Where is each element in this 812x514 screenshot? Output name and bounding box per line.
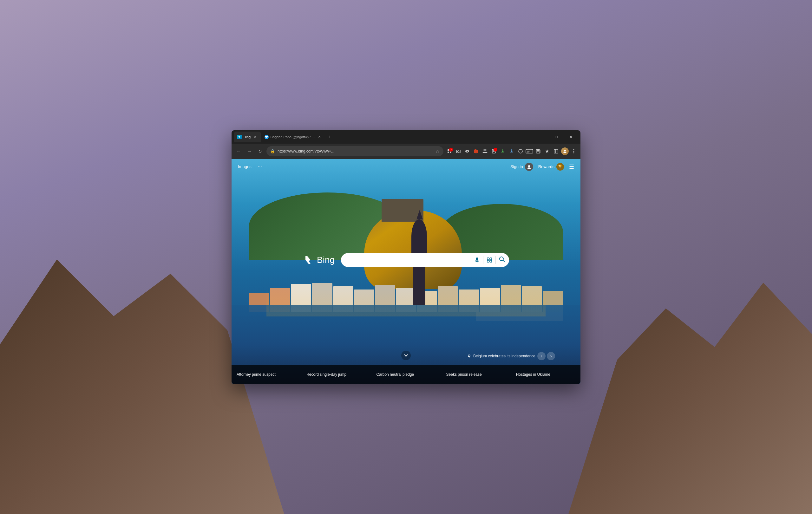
bing-navigation: Images ··· Sign in Rewards 🏆 ☰: [232, 159, 580, 175]
bing-tab[interactable]: Bing ✕: [234, 131, 261, 142]
svg-rect-19: [554, 149, 558, 153]
news-bar: Attorney prime suspect Record single-day…: [232, 365, 580, 384]
bing-images-link[interactable]: Images: [238, 164, 252, 169]
location-icon: [467, 354, 471, 358]
church-dome: [411, 219, 427, 253]
circle-icon[interactable]: [516, 147, 525, 155]
svg-rect-17: [537, 149, 540, 151]
bing-nav-more[interactable]: ···: [258, 164, 262, 170]
forward-button[interactable]: →: [245, 147, 254, 156]
news-item-3-text: Carbon neutral pledge: [376, 372, 414, 377]
bing-tab-title: Bing: [243, 135, 251, 139]
office-icon[interactable]: [472, 147, 480, 155]
svg-rect-18: [537, 152, 540, 153]
svg-point-5: [458, 151, 459, 152]
sidebar-icon[interactable]: [552, 147, 560, 155]
download-manager-icon[interactable]: [508, 147, 516, 155]
close-button[interactable]: ✕: [564, 132, 578, 142]
content-area: Images ··· Sign in Rewards 🏆 ☰: [232, 159, 580, 384]
visual-search-icon[interactable]: [487, 257, 492, 263]
twitter-tab-favicon: [264, 135, 268, 139]
microphone-icon[interactable]: [474, 257, 480, 263]
search-box[interactable]: [341, 253, 509, 267]
bing-nav-left: Images ···: [238, 164, 262, 170]
favorites-icon[interactable]: [543, 147, 551, 155]
profile-icon[interactable]: [561, 147, 569, 155]
immersive-reader-icon[interactable]: [481, 147, 489, 155]
twitter-tab-title: Bogdan Popa (@bgdftw) / Twitte: [270, 135, 315, 139]
window-controls: — □ ✕: [535, 132, 578, 142]
search-submit-icon[interactable]: [499, 256, 505, 264]
search-icons: [474, 256, 505, 264]
extensions-icon[interactable]: 3: [445, 147, 454, 155]
lock-icon: 🔒: [270, 149, 275, 153]
collections-badge: 0: [494, 148, 497, 152]
svg-rect-31: [487, 260, 489, 262]
next-arrow[interactable]: ›: [547, 352, 555, 360]
more-options-icon[interactable]: [570, 147, 578, 155]
svg-rect-27: [476, 258, 478, 261]
svg-point-7: [467, 151, 468, 152]
svg-line-34: [503, 260, 505, 262]
sign-in-avatar: [525, 163, 533, 171]
bing-logo-text: Bing: [317, 255, 335, 265]
profile-avatar: [561, 147, 569, 155]
extensions-badge: 3: [449, 148, 453, 152]
twitter-tab[interactable]: Bogdan Popa (@bgdftw) / Twitte ✕: [261, 131, 325, 142]
news-item-2[interactable]: Record single-day jump: [301, 365, 371, 384]
toolbar-icons: 3 0: [445, 147, 578, 155]
screenshot-icon[interactable]: [454, 147, 462, 155]
svg-point-22: [574, 149, 574, 150]
svg-rect-32: [490, 260, 492, 262]
svg-rect-8: [476, 150, 478, 153]
news-item-2-text: Record single-day jump: [307, 372, 346, 377]
twitter-tab-close[interactable]: ✕: [317, 134, 322, 140]
location-tag: Belgium celebrates its independence ‹ ›: [467, 352, 555, 360]
refresh-button[interactable]: ↻: [256, 147, 264, 156]
address-bar: ← → ↻ 🔒 https://www.bing.com/?toWww=... …: [232, 144, 580, 159]
new-tab-button[interactable]: +: [325, 132, 334, 142]
rewards-button[interactable]: Rewards 🏆: [538, 163, 564, 171]
save-icon[interactable]: [534, 147, 542, 155]
url-text: https://www.bing.com/?toWww=...: [278, 149, 433, 153]
scroll-down-button[interactable]: [401, 351, 411, 360]
location-text: Belgium celebrates its independence: [473, 354, 535, 358]
svg-text:ZIP: ZIP: [526, 150, 530, 153]
title-bar: Bing ✕ Bogdan Popa (@bgdftw) / Twitte ✕ …: [232, 130, 580, 144]
svg-point-21: [564, 150, 566, 152]
url-bar[interactable]: 🔒 https://www.bing.com/?toWww=... ☆: [266, 146, 443, 156]
news-item-1[interactable]: Attorney prime suspect: [232, 365, 301, 384]
search-divider-2: [495, 256, 496, 264]
news-item-3[interactable]: Carbon neutral pledge: [371, 365, 441, 384]
rewards-icon: 🏆: [556, 163, 564, 171]
svg-point-35: [468, 355, 470, 357]
svg-rect-3: [450, 152, 452, 153]
svg-point-24: [574, 152, 574, 153]
sign-in-text: Sign in: [510, 164, 523, 169]
maximize-button[interactable]: □: [549, 132, 563, 142]
browser-window: Bing ✕ Bogdan Popa (@bgdftw) / Twitte ✕ …: [232, 130, 580, 384]
download-icon[interactable]: [499, 147, 507, 155]
svg-point-25: [528, 165, 530, 167]
svg-rect-29: [487, 258, 489, 260]
church-spire: [416, 210, 423, 219]
bookmark-icon[interactable]: ☆: [435, 149, 440, 154]
search-input[interactable]: [345, 257, 472, 263]
news-item-4[interactable]: Seeks prison release: [441, 365, 511, 384]
prev-arrow[interactable]: ‹: [537, 352, 546, 360]
news-item-5[interactable]: Hostages in Ukraine: [511, 365, 580, 384]
back-button[interactable]: ←: [234, 147, 243, 156]
sign-in-button[interactable]: Sign in: [510, 163, 533, 171]
bing-tab-close[interactable]: ✕: [253, 134, 258, 140]
zip-icon[interactable]: ZIP: [525, 147, 533, 155]
games-icon[interactable]: [463, 147, 471, 155]
minimize-button[interactable]: —: [535, 132, 549, 142]
svg-point-23: [574, 151, 574, 152]
hamburger-menu[interactable]: ☰: [569, 163, 574, 170]
tabs-area: Bing ✕ Bogdan Popa (@bgdftw) / Twitte ✕ …: [234, 130, 533, 144]
svg-rect-2: [447, 152, 449, 153]
collections-icon[interactable]: 0: [490, 147, 498, 155]
svg-point-14: [519, 149, 522, 153]
search-divider: [483, 256, 484, 264]
news-item-4-text: Seeks prison release: [446, 372, 482, 377]
